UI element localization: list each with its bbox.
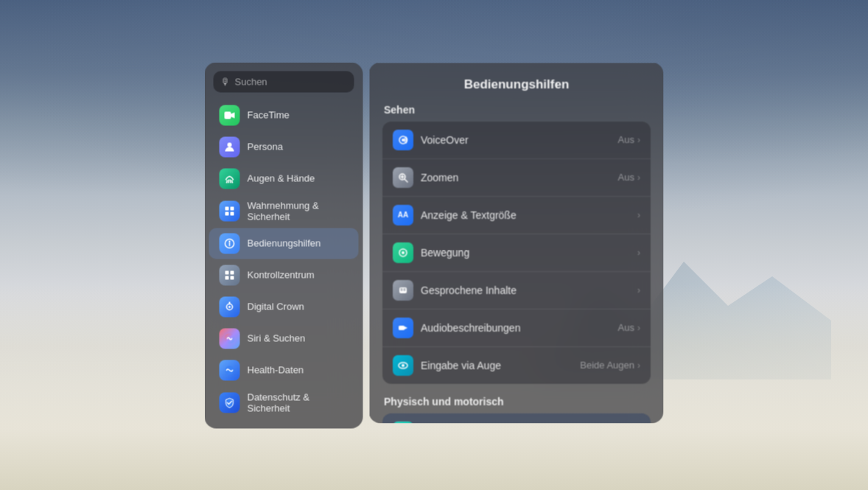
gesprochene-chevron: › — [637, 284, 640, 295]
svg-rect-8 — [231, 206, 234, 210]
svg-marker-33 — [405, 326, 407, 329]
settings-group-physisch: Interaktion › Schaltersteuerung Aus › — [382, 413, 651, 423]
settings-row-voiceover[interactable]: VoiceOver Aus › — [382, 121, 651, 158]
svg-point-2 — [228, 142, 232, 147]
svg-line-6 — [232, 180, 233, 183]
main-content: Bedienungshilfen Sehen VoiceOver Aus › — [369, 62, 664, 423]
bedienungshilfen-icon — [220, 233, 240, 253]
sidebar-item-wahrnehmung[interactable]: Wahrnehmung & Sicherheit — [209, 195, 359, 227]
eingabe-auge-value: Beide Augen — [580, 360, 634, 371]
sidebar-item-label-facetime: FaceTime — [248, 110, 290, 121]
augen-haende-icon — [220, 168, 240, 189]
gesprochene-icon — [393, 279, 413, 300]
svg-line-26 — [405, 178, 407, 181]
svg-marker-1 — [231, 112, 235, 118]
kontrollzentrum-icon — [220, 265, 240, 285]
svg-rect-0 — [225, 111, 231, 119]
mic-icon: 🎙 — [221, 76, 231, 87]
sidebar-item-health[interactable]: Health-Daten — [209, 354, 359, 385]
sidebar-item-label-kontrollzentrum: Kontrollzentrum — [248, 270, 315, 281]
bewegung-icon — [393, 242, 413, 262]
sidebar-item-label-health: Health-Daten — [248, 365, 304, 376]
settings-row-eingabe-auge[interactable]: Eingabe via Auge Beide Augen › — [382, 346, 651, 383]
sidebar: 🎙 FaceTime Persona — [205, 62, 363, 428]
voiceover-chevron: › — [637, 134, 640, 144]
facetime-icon — [220, 105, 240, 125]
sidebar-item-datenschutz[interactable]: Datenschutz & Sicherheit — [209, 386, 359, 419]
svg-rect-20 — [229, 301, 231, 304]
svg-point-30 — [402, 251, 405, 253]
sidebar-item-facetime[interactable]: FaceTime — [209, 99, 359, 130]
svg-point-19 — [228, 306, 231, 308]
svg-rect-7 — [225, 206, 229, 210]
siri-icon — [220, 328, 240, 349]
bewegung-label: Bewegung — [421, 246, 637, 258]
sidebar-item-label-siri: Siri & Suchen — [248, 333, 306, 344]
settings-row-bewegung[interactable]: Bewegung › — [382, 234, 651, 271]
svg-rect-9 — [225, 211, 229, 215]
sidebar-item-kontrollzentrum[interactable]: Kontrollzentrum — [209, 259, 359, 290]
persona-icon — [220, 136, 240, 157]
sidebar-item-label-persona: Persona — [248, 141, 283, 153]
sidebar-item-label-datenschutz: Datenschutz & Sicherheit — [248, 391, 349, 413]
svg-rect-14 — [225, 270, 229, 274]
sidebar-item-label-bedienungshilfen: Bedienungshilfen — [248, 238, 321, 249]
voiceover-icon — [393, 129, 413, 150]
wahrnehmung-icon — [220, 200, 240, 221]
svg-line-5 — [231, 179, 231, 183]
sidebar-item-label-augen: Augen & Hände — [248, 173, 315, 184]
zoomen-label: Zoomen — [421, 171, 618, 183]
svg-rect-32 — [399, 325, 405, 329]
sidebar-item-persona[interactable]: Persona — [209, 131, 359, 162]
svg-rect-16 — [225, 276, 229, 279]
settings-row-zoomen[interactable]: Zoomen Aus › — [382, 158, 651, 196]
anzeige-label: Anzeige & Textgröße — [421, 209, 637, 220]
anzeige-icon: AA — [393, 204, 413, 225]
audiobeschreibungen-icon — [393, 317, 413, 337]
page-title: Bedienungshilfen — [382, 77, 651, 91]
svg-point-24 — [402, 138, 405, 141]
voiceover-value: Aus — [617, 134, 634, 145]
zoomen-value: Aus — [617, 172, 634, 183]
sidebar-item-siri[interactable]: Siri & Suchen — [209, 323, 359, 354]
eingabe-auge-label: Eingabe via Auge — [421, 359, 580, 371]
svg-rect-17 — [231, 276, 234, 279]
eingabe-auge-icon — [393, 354, 413, 375]
settings-row-audiobeschreibungen[interactable]: Audiobeschreibungen Aus › — [382, 309, 651, 346]
datenschutz-icon — [220, 392, 240, 413]
audiobeschreibungen-value: Aus — [617, 322, 634, 333]
svg-line-3 — [227, 180, 228, 183]
voiceover-label: VoiceOver — [421, 133, 618, 145]
sidebar-item-label-wahrnehmung: Wahrnehmung & Sicherheit — [248, 200, 349, 222]
anzeige-chevron: › — [637, 209, 640, 220]
svg-rect-15 — [231, 270, 234, 274]
search-input[interactable] — [235, 76, 347, 87]
health-icon — [220, 360, 240, 380]
settings-row-interaktion[interactable]: Interaktion › — [382, 413, 651, 423]
svg-point-35 — [402, 363, 405, 366]
ui-container: 🎙 FaceTime Persona — [205, 62, 664, 428]
interaktion-icon — [393, 421, 413, 423]
audiobeschreibungen-chevron: › — [637, 322, 640, 332]
settings-group-sehen: VoiceOver Aus › Zoomen Aus › A — [382, 121, 651, 383]
sidebar-item-bedienungshilfen[interactable]: Bedienungshilfen — [209, 228, 359, 259]
section-title-sehen: Sehen — [382, 103, 651, 115]
audiobeschreibungen-label: Audiobeschreibungen — [421, 321, 618, 333]
sidebar-item-digital-crown[interactable]: Digital Crown — [209, 291, 359, 322]
settings-row-gesprochene[interactable]: Gesprochene Inhalte › — [382, 271, 651, 309]
zoomen-chevron: › — [637, 172, 640, 182]
bewegung-chevron: › — [637, 247, 640, 257]
gesprochene-label: Gesprochene Inhalte — [421, 284, 637, 295]
search-bar[interactable]: 🎙 — [214, 71, 354, 92]
zoomen-icon — [393, 167, 413, 187]
sidebar-item-label-digital-crown: Digital Crown — [248, 301, 304, 312]
svg-rect-10 — [231, 211, 234, 215]
digital-crown-icon — [220, 296, 240, 317]
section-title-physisch: Physisch und motorisch — [382, 395, 651, 407]
settings-row-anzeige[interactable]: AA Anzeige & Textgröße › — [382, 196, 651, 234]
svg-line-4 — [228, 179, 229, 183]
sidebar-item-augen-haende[interactable]: Augen & Hände — [209, 163, 359, 194]
eingabe-auge-chevron: › — [637, 360, 640, 370]
